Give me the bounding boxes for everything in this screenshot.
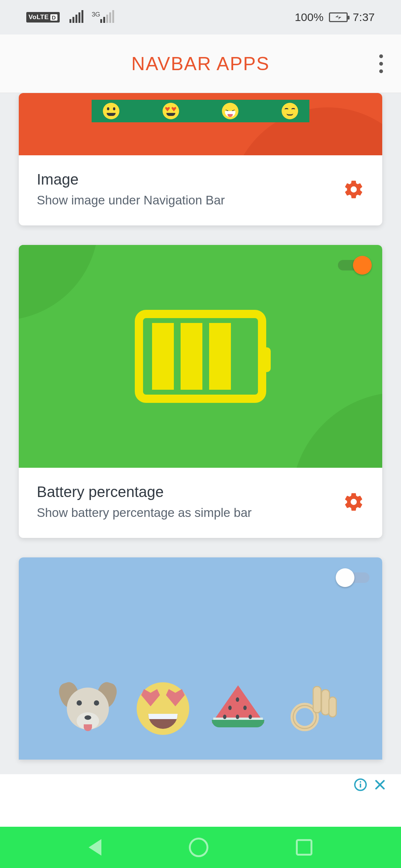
volte-indicator: VoLTED [26, 12, 60, 23]
svg-point-7 [360, 781, 361, 783]
emoji-content-icon [282, 103, 298, 119]
card-battery-settings-button[interactable] [343, 491, 364, 512]
emoji-dog-icon [62, 682, 114, 735]
system-back-button[interactable] [89, 839, 101, 856]
ad-banner[interactable] [0, 774, 401, 827]
demo-navbar: ＞＜ [92, 100, 309, 122]
clock-label: 7:37 [353, 11, 375, 24]
content-scroll[interactable]: ＞＜ Image Show image under Navigation Bar [0, 93, 401, 827]
battery-percent-label: 100% [295, 11, 324, 24]
card-image-title: Image [37, 171, 225, 188]
card-battery: Battery percentage Show battery percenta… [19, 245, 382, 538]
emoji-ok-hand-icon [287, 682, 339, 735]
system-recents-button[interactable] [296, 839, 312, 856]
ad-info-icon[interactable] [354, 778, 367, 793]
overflow-menu-button[interactable] [379, 54, 383, 73]
signal-strength-icon [69, 12, 83, 23]
battery-icon [329, 12, 348, 22]
card-image: ＞＜ Image Show image under Navigation Bar [19, 93, 382, 225]
card-emoji [19, 557, 382, 760]
svg-rect-2 [313, 686, 321, 713]
card-battery-subtitle: Show battery percentage as simple bar [37, 506, 252, 520]
card-image-settings-button[interactable] [343, 179, 364, 200]
app-title: NAVBAR APPS [131, 53, 270, 75]
card-emoji-preview [19, 557, 382, 760]
emoji-heart-eyes-big-icon [137, 682, 189, 735]
ad-close-icon[interactable] [373, 778, 387, 793]
emoji-grin-icon [103, 103, 119, 119]
emoji-watermelon-icon [212, 682, 264, 735]
card-battery-toggle[interactable] [338, 258, 369, 273]
battery-large-icon [135, 310, 266, 403]
card-image-preview: ＞＜ [19, 93, 382, 155]
emoji-heart-eyes-icon [163, 103, 179, 119]
emoji-laugh-icon: ＞＜ [222, 103, 238, 119]
card-battery-title: Battery percentage [37, 484, 252, 500]
svg-rect-3 [321, 690, 329, 715]
card-battery-preview [19, 245, 382, 468]
network-type-label: 3G [92, 12, 100, 18]
signal-strength-secondary-icon [100, 12, 114, 23]
card-image-subtitle: Show image under Navigation Bar [37, 193, 225, 207]
app-bar: NAVBAR APPS [0, 35, 401, 93]
system-home-button[interactable] [189, 838, 208, 857]
status-bar: VoLTED 3G 100% 7:37 [0, 0, 401, 35]
system-navigation-bar [0, 827, 401, 868]
card-emoji-toggle[interactable] [338, 570, 369, 585]
svg-rect-4 [329, 697, 336, 717]
